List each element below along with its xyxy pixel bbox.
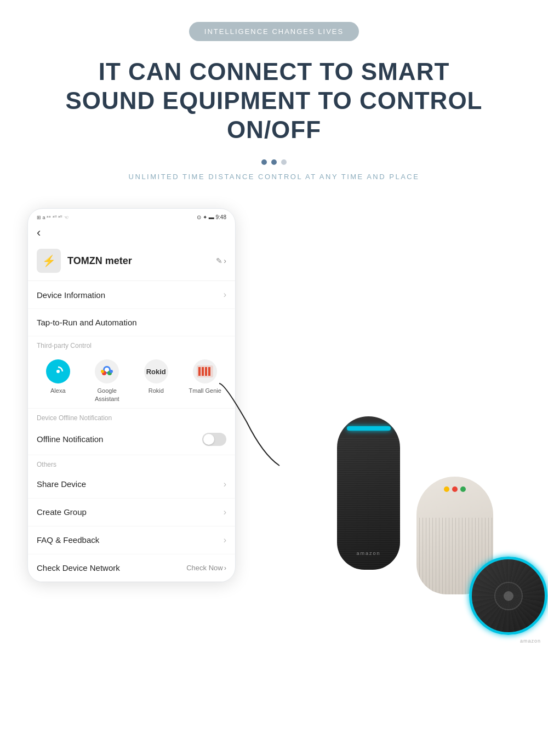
svg-rect-13 xyxy=(208,367,210,376)
others-section-label: Others xyxy=(28,455,235,471)
subtitle-section: UNLIMITED TIME DISTANCE CONTROL AT ANY T… xyxy=(0,173,548,181)
rokid-label: Rokid xyxy=(149,387,164,394)
toggle-knob xyxy=(203,434,214,445)
check-now-link[interactable]: Check Now › xyxy=(186,564,226,572)
svg-rect-10 xyxy=(198,367,201,376)
menu-item-check-network[interactable]: Check Device Network Check Now › xyxy=(28,554,235,582)
subtitle-text: UNLIMITED TIME DISTANCE CONTROL AT ANY T… xyxy=(0,173,548,181)
menu-item-faq[interactable]: FAQ & Feedback › xyxy=(28,526,235,554)
hero-title-line2: SOUND EQUIPMENT TO CONTROL ON/OFF xyxy=(66,87,483,143)
share-device-chevron: › xyxy=(224,479,226,489)
dot-2[interactable] xyxy=(271,159,277,165)
create-group-label: Create Group xyxy=(37,507,87,517)
svg-point-7 xyxy=(101,370,104,373)
third-party-section-label: Third-party Control xyxy=(28,336,235,352)
svg-rect-12 xyxy=(205,367,207,376)
create-group-chevron: › xyxy=(224,507,226,517)
badge-section: INTELLIGENCE CHANGES LIVES xyxy=(0,0,548,41)
dot-1[interactable] xyxy=(261,159,267,165)
phone-mockup: ⊞ a ᵃᵃ ᵃˡˡ ᵃˡˡ ☜ ⊙ ✦ ▬ 9:48 ‹ ⚡ TOMZN me… xyxy=(16,208,236,582)
share-device-label: Share Device xyxy=(37,479,86,489)
alexa-icon xyxy=(46,359,70,383)
svg-point-1 xyxy=(56,370,60,373)
svg-rect-11 xyxy=(202,367,204,376)
device-icon: ⚡ xyxy=(37,249,61,273)
menu-item-share-device[interactable]: Share Device › xyxy=(28,471,235,499)
edit-icon: ✎ xyxy=(216,256,222,265)
status-right: ⊙ ✦ ▬ 9:48 xyxy=(197,214,226,220)
alexa-label: Alexa xyxy=(50,387,66,394)
edit-button[interactable]: ✎ › xyxy=(216,256,226,265)
dot-3[interactable] xyxy=(281,159,287,165)
main-content: ⊞ a ᵃᵃ ᵃˡˡ ᵃˡˡ ☜ ⊙ ✦ ▬ 9:48 ‹ ⚡ TOMZN me… xyxy=(0,197,548,593)
check-now-chevron: › xyxy=(224,564,226,572)
tap-to-run-label: Tap-to-Run and Automation xyxy=(37,318,137,327)
edit-chevron: › xyxy=(224,256,226,265)
offline-label: Offline Notification xyxy=(37,434,103,444)
google-label: GoogleAssistant xyxy=(95,387,119,403)
svg-point-8 xyxy=(110,370,113,373)
faq-label: FAQ & Feedback xyxy=(37,535,99,545)
pagination-dots xyxy=(0,159,548,165)
rokid-item[interactable]: Rokid Rokid xyxy=(132,359,181,403)
third-party-row: Alexa GoogleAssist xyxy=(28,352,235,409)
google-icon xyxy=(95,359,119,383)
arrow-svg xyxy=(214,378,285,477)
hero-section: IT CAN CONNECT TO SMART SOUND EQUIPMENT … xyxy=(0,41,548,150)
hero-title: IT CAN CONNECT TO SMART SOUND EQUIPMENT … xyxy=(33,58,515,144)
amazon-echo-large: amazon xyxy=(337,416,400,570)
status-bar: ⊞ a ᵃᵃ ᵃˡˡ ᵃˡˡ ☜ ⊙ ✦ ▬ 9:48 xyxy=(28,209,235,222)
offline-notification-row[interactable]: Offline Notification xyxy=(28,424,235,455)
phone-screen: ⊞ a ᵃᵃ ᵃˡˡ ᵃˡˡ ☜ ⊙ ✦ ▬ 9:48 ‹ ⚡ TOMZN me… xyxy=(27,208,236,582)
check-now-text: Check Now xyxy=(186,564,222,572)
status-left: ⊞ a ᵃᵃ ᵃˡˡ ᵃˡˡ ☜ xyxy=(37,215,68,220)
check-network-label: Check Device Network xyxy=(37,563,120,572)
menu-item-create-group[interactable]: Create Group › xyxy=(28,499,235,526)
menu-item-tap-to-run[interactable]: Tap-to-Run and Automation xyxy=(28,309,235,336)
rokid-icon: Rokid xyxy=(144,359,168,383)
faq-chevron: › xyxy=(224,535,226,545)
echo-dot-label: amazon xyxy=(520,638,541,644)
alexa-item[interactable]: Alexa xyxy=(33,359,83,403)
device-name: TOMZN meter xyxy=(67,255,209,267)
intelligence-badge: INTELLIGENCE CHANGES LIVES xyxy=(189,22,359,41)
amazon-echo-dot: amazon xyxy=(471,559,545,633)
hero-title-line1: IT CAN CONNECT TO SMART xyxy=(99,58,450,85)
chevron-icon: › xyxy=(224,290,226,300)
arrow-connector xyxy=(214,378,285,479)
menu-item-device-info[interactable]: Device Information › xyxy=(28,281,235,309)
device-info-label: Device Information xyxy=(37,290,105,300)
device-header: ⚡ TOMZN meter ✎ › xyxy=(28,243,235,281)
google-assistant-item[interactable]: GoogleAssistant xyxy=(83,359,132,403)
offline-section-label: Device Offline Notification xyxy=(28,409,235,424)
back-button[interactable]: ‹ xyxy=(28,222,235,243)
